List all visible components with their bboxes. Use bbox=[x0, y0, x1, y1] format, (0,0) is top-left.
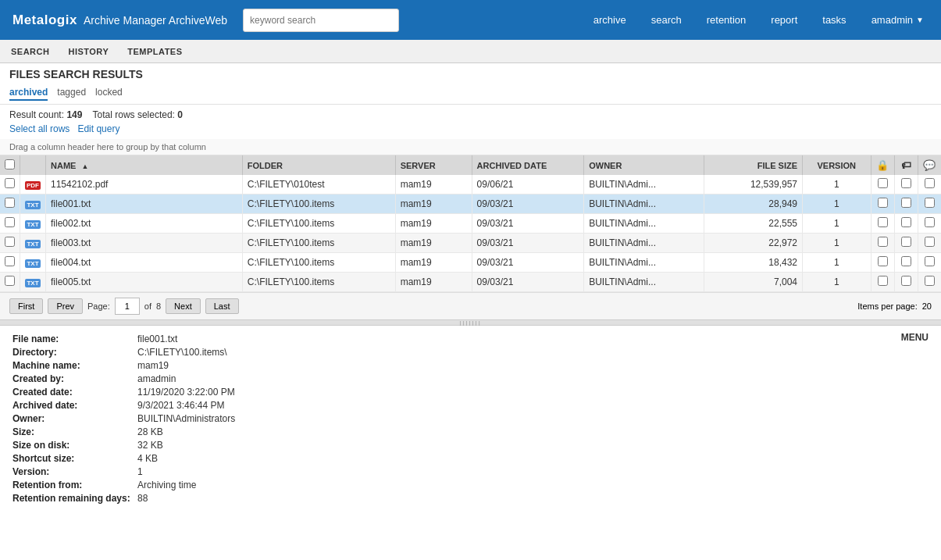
detail-row: Size on disk:32 KB bbox=[12, 440, 929, 451]
row-tag-checkbox[interactable] bbox=[894, 273, 918, 292]
col-header-file-size[interactable]: FILE SIZE bbox=[704, 155, 803, 175]
detail-menu[interactable]: MENU bbox=[901, 332, 929, 343]
table-row[interactable]: TXT file002.txt C:\FILETY\100.items mam1… bbox=[0, 214, 941, 234]
row-server: mam19 bbox=[395, 194, 472, 214]
tag-checkbox[interactable] bbox=[901, 217, 911, 227]
detail-label: Owner: bbox=[12, 413, 137, 424]
note-checkbox[interactable] bbox=[925, 198, 935, 208]
tab-archived[interactable]: archived bbox=[9, 85, 48, 101]
row-note-checkbox[interactable] bbox=[918, 194, 941, 214]
nav-retention[interactable]: retention bbox=[702, 11, 751, 29]
row-checkbox[interactable] bbox=[5, 276, 15, 286]
detail-row: Retention remaining days:88 bbox=[12, 493, 929, 504]
row-name[interactable]: file002.txt bbox=[46, 214, 243, 234]
row-checkbox-cell[interactable] bbox=[0, 175, 20, 194]
splitter[interactable]: ||||||| bbox=[0, 319, 941, 326]
col-header-check[interactable] bbox=[0, 155, 20, 175]
tag-checkbox[interactable] bbox=[901, 178, 911, 188]
nav-archive[interactable]: archive bbox=[589, 11, 631, 29]
nav-search[interactable]: search bbox=[647, 11, 686, 29]
tag-checkbox[interactable] bbox=[901, 256, 911, 266]
row-note-checkbox[interactable] bbox=[918, 253, 941, 273]
note-checkbox[interactable] bbox=[925, 276, 935, 286]
row-name[interactable]: file003.txt bbox=[46, 234, 243, 253]
note-checkbox[interactable] bbox=[925, 217, 935, 227]
edit-query[interactable]: Edit query bbox=[77, 123, 119, 134]
first-button[interactable]: First bbox=[9, 298, 43, 314]
row-name[interactable]: file001.txt bbox=[46, 194, 243, 214]
detail-panel: MENU File name:file001.txtDirectory:C:\F… bbox=[0, 326, 941, 517]
select-all-checkbox[interactable] bbox=[5, 159, 15, 169]
table-row[interactable]: TXT file003.txt C:\FILETY\100.items mam1… bbox=[0, 234, 941, 253]
row-tag-checkbox[interactable] bbox=[894, 253, 918, 273]
row-note-checkbox[interactable] bbox=[918, 273, 941, 292]
col-header-owner[interactable]: OWNER bbox=[584, 155, 704, 175]
row-lock-checkbox[interactable] bbox=[871, 175, 894, 194]
row-name[interactable]: 11542102.pdf bbox=[46, 175, 243, 194]
row-tag-checkbox[interactable] bbox=[894, 214, 918, 234]
tab-tagged[interactable]: tagged bbox=[57, 85, 86, 101]
row-lock-checkbox[interactable] bbox=[871, 273, 894, 292]
row-tag-checkbox[interactable] bbox=[894, 175, 918, 194]
row-name[interactable]: file005.txt bbox=[46, 273, 243, 292]
row-note-checkbox[interactable] bbox=[918, 175, 941, 194]
nav-report[interactable]: report bbox=[766, 11, 802, 29]
lock-checkbox[interactable] bbox=[878, 256, 888, 266]
lock-checkbox[interactable] bbox=[878, 237, 888, 247]
tag-checkbox[interactable] bbox=[901, 276, 911, 286]
row-checkbox-cell[interactable] bbox=[0, 234, 20, 253]
row-lock-checkbox[interactable] bbox=[871, 214, 894, 234]
col-header-version[interactable]: VERSION bbox=[803, 155, 871, 175]
select-all-rows[interactable]: Select all rows bbox=[9, 123, 70, 134]
sub-nav-templates[interactable]: TEMPLATES bbox=[126, 42, 184, 61]
row-name[interactable]: file004.txt bbox=[46, 253, 243, 273]
row-checkbox-cell[interactable] bbox=[0, 273, 20, 292]
nav-amadmin[interactable]: amadmin ▼ bbox=[867, 11, 929, 29]
lock-checkbox[interactable] bbox=[878, 276, 888, 286]
next-button[interactable]: Next bbox=[166, 298, 201, 314]
row-lock-checkbox[interactable] bbox=[871, 234, 894, 253]
row-checkbox[interactable] bbox=[5, 198, 15, 208]
row-note-checkbox[interactable] bbox=[918, 234, 941, 253]
row-version: 1 bbox=[803, 253, 871, 273]
row-icon-cell: TXT bbox=[20, 194, 46, 214]
tab-locked[interactable]: locked bbox=[95, 85, 123, 101]
col-header-folder[interactable]: FOLDER bbox=[242, 155, 395, 175]
lock-checkbox[interactable] bbox=[878, 178, 888, 188]
table-row[interactable]: TXT file005.txt C:\FILETY\100.items mam1… bbox=[0, 273, 941, 292]
row-checkbox-cell[interactable] bbox=[0, 214, 20, 234]
prev-button[interactable]: Prev bbox=[48, 298, 83, 314]
row-checkbox-cell[interactable] bbox=[0, 194, 20, 214]
col-header-name[interactable]: NAME ▲ bbox=[46, 155, 243, 175]
table-row[interactable]: TXT file001.txt C:\FILETY\100.items mam1… bbox=[0, 194, 941, 214]
row-checkbox[interactable] bbox=[5, 237, 15, 247]
row-checkbox-cell[interactable] bbox=[0, 253, 20, 273]
tag-checkbox[interactable] bbox=[901, 198, 911, 208]
sub-nav-history[interactable]: HISTORY bbox=[66, 42, 110, 61]
row-checkbox[interactable] bbox=[5, 178, 15, 188]
row-note-checkbox[interactable] bbox=[918, 214, 941, 234]
row-checkbox[interactable] bbox=[5, 217, 15, 227]
row-owner: BUILTIN\Admi... bbox=[584, 175, 704, 194]
lock-checkbox[interactable] bbox=[878, 198, 888, 208]
table-row[interactable]: TXT file004.txt C:\FILETY\100.items mam1… bbox=[0, 253, 941, 273]
row-lock-checkbox[interactable] bbox=[871, 194, 894, 214]
nav-tasks[interactable]: tasks bbox=[818, 11, 850, 29]
note-checkbox[interactable] bbox=[925, 237, 935, 247]
search-input[interactable] bbox=[243, 9, 399, 32]
lock-checkbox[interactable] bbox=[878, 217, 888, 227]
last-button[interactable]: Last bbox=[205, 298, 239, 314]
note-checkbox[interactable] bbox=[925, 178, 935, 188]
note-checkbox[interactable] bbox=[925, 256, 935, 266]
row-lock-checkbox[interactable] bbox=[871, 253, 894, 273]
tag-checkbox[interactable] bbox=[901, 237, 911, 247]
page-input[interactable] bbox=[115, 298, 140, 315]
row-checkbox[interactable] bbox=[5, 256, 15, 266]
sub-nav-search[interactable]: SEARCH bbox=[9, 42, 51, 61]
col-header-archived-date[interactable]: ARCHIVED DATE bbox=[472, 155, 584, 175]
col-header-server[interactable]: SERVER bbox=[395, 155, 472, 175]
row-folder: C:\FILETY\100.items bbox=[242, 214, 395, 234]
row-tag-checkbox[interactable] bbox=[894, 194, 918, 214]
row-tag-checkbox[interactable] bbox=[894, 234, 918, 253]
table-row[interactable]: PDF 11542102.pdf C:\FILETY\010test mam19… bbox=[0, 175, 941, 194]
